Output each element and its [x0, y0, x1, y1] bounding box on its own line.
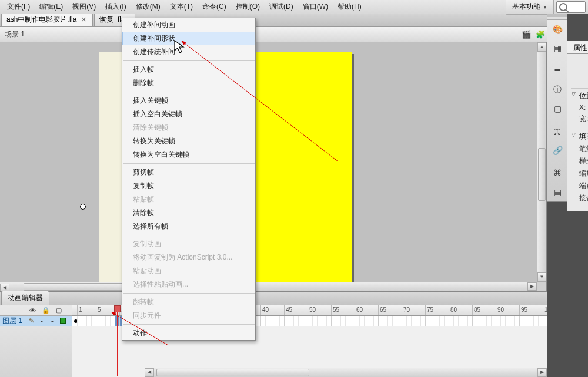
library-icon[interactable]: 🕮: [549, 123, 566, 139]
transform-icon[interactable]: ▢: [549, 101, 566, 117]
cm-paste-frames: 粘贴帧: [122, 193, 255, 206]
cm-clear-keyframe: 清除关键帧: [122, 121, 255, 134]
transform-handle[interactable]: [80, 204, 86, 210]
code-icon[interactable]: ⌘: [549, 165, 566, 181]
search-icon: [559, 3, 567, 11]
scroll-thumb[interactable]: [538, 148, 546, 201]
close-icon[interactable]: ✕: [81, 16, 86, 23]
scroll-right-button[interactable]: ▶: [537, 368, 547, 377]
link-icon[interactable]: 🔗: [549, 143, 566, 159]
layer-outline-swatch[interactable]: [58, 318, 68, 325]
layer-lock-dot[interactable]: •: [47, 318, 58, 325]
tab-motion-editor[interactable]: 动画编辑器: [1, 291, 49, 305]
pencil-icon: ✎: [26, 317, 36, 325]
layer-header: 👁 🔒 ▢: [0, 305, 72, 316]
scene-label: 场景 1: [5, 29, 519, 39]
scroll-thumb[interactable]: [156, 369, 309, 376]
scroll-down-button[interactable]: ▼: [537, 272, 546, 282]
cm-actions[interactable]: 动作: [122, 326, 255, 340]
lock-icon[interactable]: 🔒: [42, 307, 50, 314]
menu-control[interactable]: 控制(O): [231, 0, 265, 14]
edit-symbols-icon[interactable]: 🧩: [535, 30, 546, 39]
edit-scene-icon[interactable]: 🎬: [521, 30, 532, 39]
properties-tabstrip: 属性 库: [567, 41, 588, 54]
tab-properties[interactable]: 属性: [567, 41, 588, 53]
cm-select-all-frames[interactable]: 选择所有帧: [122, 220, 255, 233]
cm-create-classic-tween[interactable]: 创建传统补间: [122, 45, 255, 59]
swatches-icon[interactable]: ▦: [549, 41, 566, 56]
layer-column: 👁 🔒 ▢ 图层 1 ✎ • •: [0, 305, 72, 377]
scroll-right-button[interactable]: ▶: [527, 282, 537, 291]
palette-icon[interactable]: 🎨: [549, 22, 566, 38]
playhead[interactable]: [117, 305, 118, 376]
menu-edit[interactable]: 编辑(E): [35, 0, 68, 14]
menu-insert[interactable]: 插入(I): [101, 0, 131, 14]
menubar: 文件(F) 编辑(E) 视图(V) 插入(I) 修改(M) 文本(T) 命令(C…: [0, 0, 588, 14]
cm-copy-motion-as3: 将动画复制为 ActionScript 3.0...: [122, 251, 255, 264]
vertical-scrollbar[interactable]: ▲ ▼: [537, 42, 546, 282]
timeline-horizontal-scrollbar[interactable]: ◀ ▶: [145, 368, 547, 377]
section-position-size[interactable]: 位置和大小 X: 宽:: [571, 88, 588, 129]
menu-modify[interactable]: 修改(M): [131, 0, 165, 14]
menu-window[interactable]: 窗口(W): [298, 0, 333, 14]
snippets-icon[interactable]: ▤: [549, 184, 566, 200]
document-area: ▲ ▼ ◀ ▶: [0, 42, 547, 291]
workspace-switcher[interactable]: 基本功能▼: [506, 0, 554, 15]
align-icon[interactable]: ≣: [549, 63, 566, 79]
cm-create-shape-tween[interactable]: 创建补间形状: [122, 32, 255, 45]
timeline-tabstrip: 动画编辑器: [0, 292, 547, 305]
cm-paste-motion-special: 选择性粘贴动画...: [122, 278, 255, 291]
horizontal-scrollbar[interactable]: ◀ ▶: [0, 282, 537, 291]
layer-row[interactable]: 图层 1 ✎ • •: [0, 316, 72, 326]
layer-visible-dot[interactable]: •: [36, 318, 47, 325]
menu-file[interactable]: 文件(F): [2, 0, 35, 14]
info-icon[interactable]: ⓘ: [549, 82, 566, 98]
right-dock: 🎨 ▦ ≣ ⓘ ▢ 🕮 🔗 ⌘ ▤ 属性 库 位置和大小 X: 宽: 填充和笔触: [547, 14, 588, 377]
cm-reverse-frames: 翻转帧: [122, 295, 255, 309]
cm-paste-motion: 粘贴动画: [122, 264, 255, 278]
context-menu: 创建补间动画 创建补间形状 创建传统补间 插入帧 删除帧 插入关键帧 插入空白关…: [122, 18, 256, 341]
cm-insert-keyframe[interactable]: 插入关键帧: [122, 94, 255, 107]
cm-insert-blank-keyframe[interactable]: 插入空白关键帧: [122, 107, 255, 121]
menu-view[interactable]: 视图(V): [68, 0, 101, 14]
cm-insert-frame[interactable]: 插入帧: [122, 63, 255, 76]
cm-cut-frames[interactable]: 剪切帧: [122, 166, 255, 179]
section-fill-stroke[interactable]: 填充和笔触 笔触: 样式: 缩放: 端点: 接合:: [571, 129, 588, 208]
cm-convert-to-blank-keyframes[interactable]: 转换为空白关键帧: [122, 148, 255, 161]
stage-viewport[interactable]: [0, 42, 537, 282]
scroll-up-button[interactable]: ▲: [537, 42, 546, 52]
layer-name[interactable]: 图层 1: [0, 316, 26, 326]
menu-commands[interactable]: 命令(C): [198, 0, 231, 14]
cm-copy-motion: 复制动画: [122, 237, 255, 251]
panel-grip[interactable]: [547, 14, 567, 20]
timeline-panel: 动画编辑器 👁 🔒 ▢ 图层 1 ✎ • • 15101520253035404…: [0, 291, 547, 377]
cm-copy-frames[interactable]: 复制帧: [122, 179, 255, 193]
cm-remove-frames[interactable]: 删除帧: [122, 76, 255, 90]
scene-bar: 场景 1 🎬 🧩 100%▼: [0, 27, 588, 42]
cm-clear-frames[interactable]: 清除帧: [122, 206, 255, 220]
document-tabstrip: ash中制作电影胶片.fla✕ 恢复_flas: [0, 14, 588, 27]
scroll-left-button[interactable]: ◀: [145, 368, 154, 377]
menu-debug[interactable]: 调试(D): [265, 0, 298, 14]
menu-text[interactable]: 文本(T): [165, 0, 198, 14]
menu-help[interactable]: 帮助(H): [333, 0, 366, 14]
search-box[interactable]: [556, 1, 586, 13]
cm-sync-symbols: 同步元件: [122, 309, 255, 322]
doc-tab-1[interactable]: ash中制作电影胶片.fla✕: [1, 12, 93, 26]
outline-icon[interactable]: ▢: [56, 307, 62, 314]
search-input[interactable]: [571, 3, 583, 11]
eye-icon[interactable]: 👁: [29, 307, 36, 314]
cm-create-motion-tween[interactable]: 创建补间动画: [122, 18, 255, 32]
properties-panel: 位置和大小 X: 宽: 填充和笔触 笔触: 样式: 缩放: 端点: 接合:: [567, 54, 588, 211]
cm-convert-to-keyframes[interactable]: 转换为关键帧: [122, 134, 255, 148]
